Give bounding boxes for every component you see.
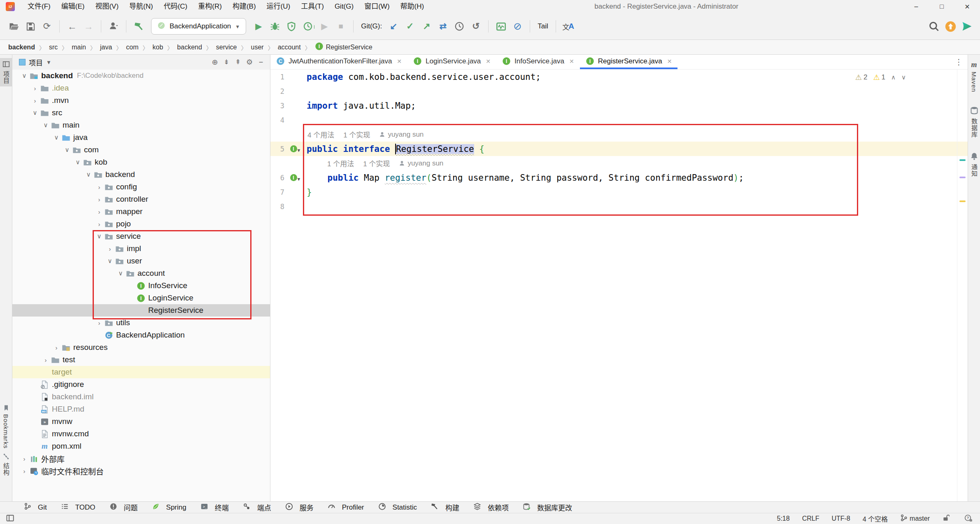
close-icon[interactable]: ✕ [486, 58, 491, 65]
user-dropdown-icon[interactable] [107, 19, 121, 33]
tail-button[interactable]: Tail [538, 22, 548, 30]
close-icon[interactable]: ✕ [667, 58, 672, 65]
tree-row-test[interactable]: ›test [12, 354, 270, 366]
tool-windows-icon[interactable] [6, 514, 14, 524]
inspections-widget[interactable]: ⚠2 ⚠1 ∧ ∨ [855, 73, 906, 82]
menu-item-v[interactable]: 视图(V) [90, 0, 124, 13]
close-icon[interactable]: ✕ [569, 58, 574, 65]
profiler-icon[interactable] [301, 19, 315, 33]
breadcrumb-item-main[interactable]: main [71, 44, 87, 51]
breadcrumb-item-backend[interactable]: backend [176, 44, 203, 51]
author-hint[interactable]: yuyang sun [379, 130, 424, 139]
git-rollback-icon[interactable]: ↺ [469, 19, 483, 33]
tool-window-button-依赖项[interactable]: 依赖项 [473, 502, 509, 512]
gutter[interactable]: 1 [270, 73, 307, 81]
tree-row-config[interactable]: ›config [12, 181, 270, 193]
run-icon[interactable]: ▶ [251, 19, 265, 33]
tool-window-button-数据库更改[interactable]: 数据库更改 [523, 502, 572, 512]
gutter[interactable]: 4 [270, 116, 307, 124]
stop-disabled-icon[interactable]: ■ [334, 19, 348, 33]
tree-row-kob[interactable]: ∨kob [12, 156, 270, 168]
debug-icon[interactable] [268, 19, 282, 33]
search-icon[interactable] [927, 19, 941, 33]
forward-icon[interactable]: → [81, 19, 95, 33]
close-icon[interactable]: ✕ [397, 58, 402, 65]
tree-row-[interactable]: ›外部库 [12, 452, 270, 465]
tree-row-.gitignore[interactable]: .gitignore [12, 378, 270, 391]
tool-window-button-服务[interactable]: 服务 [285, 502, 314, 512]
menu-item-c[interactable]: 代码(C) [158, 0, 193, 13]
breadcrumb-item-java[interactable]: java [99, 44, 113, 51]
tree-row-InfoService[interactable]: IInfoService [12, 279, 270, 292]
tool-window-button-profiler[interactable]: Profiler [328, 503, 364, 512]
tree-row-pom.xml[interactable]: mpom.xml [12, 440, 270, 452]
tool-window-button-构建[interactable]: 构建 [431, 502, 459, 512]
menu-item-b[interactable]: 构建(B) [227, 0, 261, 13]
tree-row-BackendApplication[interactable]: CBackendApplication [12, 329, 270, 341]
gateway-logo-icon[interactable] [960, 19, 974, 33]
gutter[interactable]: 6I▼ [270, 174, 307, 182]
tree-row-[interactable]: ›临时文件和控制台 [12, 465, 270, 477]
gutter[interactable]: 2 [270, 87, 307, 95]
collapse-all-icon[interactable]: ⇞ [232, 58, 244, 66]
stripe-button-结构[interactable]: 结构 [0, 453, 12, 476]
author-hint[interactable]: yuyang sun [399, 159, 443, 168]
stripe-mark-2[interactable] [959, 200, 966, 202]
translate-icon[interactable]: 文A [561, 19, 575, 33]
stripe-button-maven[interactable]: mMaven [971, 61, 978, 92]
menu-item-e[interactable]: 编辑(E) [56, 0, 90, 13]
locate-icon[interactable]: ⊕ [209, 58, 221, 67]
stripe-button-数据库[interactable]: 数据库 [970, 106, 978, 138]
tool-window-button-终端[interactable]: >_终端 [200, 502, 229, 512]
tree-row-account[interactable]: ∨account [12, 267, 270, 279]
tree-row-target[interactable]: ›target [12, 366, 270, 378]
update-badge-icon[interactable] [943, 19, 957, 33]
tree-row-backend[interactable]: ∨backend [12, 168, 270, 181]
tree-row-java[interactable]: ∨java [12, 131, 270, 144]
minimize-button[interactable]: – [903, 0, 929, 13]
run-disabled-icon[interactable]: ▶ [317, 19, 331, 33]
breadcrumb-item-com[interactable]: com [125, 44, 139, 51]
menu-item-t[interactable]: 工具(T) [296, 0, 329, 13]
tree-row-HELP.md[interactable]: MDHELP.md [12, 403, 270, 415]
tree-row-utils[interactable]: ›utils [12, 317, 270, 329]
menu-item-h[interactable]: 帮助(H) [395, 0, 430, 13]
tree-row-controller[interactable]: ›controller [12, 193, 270, 205]
stripe-button-项目[interactable]: 项目 [0, 58, 12, 86]
sync-widget[interactable]: ? [964, 514, 974, 523]
git-branch-widget[interactable]: master [900, 514, 930, 523]
caret-position[interactable]: 5:18 [777, 515, 789, 522]
tree-row-pojo[interactable]: ›pojo [12, 218, 270, 230]
save-icon[interactable] [23, 19, 37, 33]
git-update-icon[interactable]: ↙ [386, 19, 400, 33]
hammer-icon[interactable] [132, 19, 146, 33]
editor-tab-registerservice[interactable]: IRegisterService.java✕ [580, 55, 678, 69]
tree-row-.idea[interactable]: ›.idea [12, 82, 270, 94]
inlay-hint-row[interactable]: 1 个用法1 个实现yuyang sun [270, 156, 968, 170]
tree-row-.mvn[interactable]: ›.mvn [12, 94, 270, 107]
breadcrumb-item-backend[interactable]: backend [7, 44, 36, 51]
tree-row-resources[interactable]: ›resources [12, 341, 270, 354]
tree-row-LoginService[interactable]: ILoginService [12, 292, 270, 304]
tool-window-button-端点[interactable]: 端点 [243, 502, 271, 512]
breadcrumb-item-account[interactable]: account [277, 44, 302, 51]
tree-row-user[interactable]: ∨user [12, 255, 270, 267]
menu-item-f[interactable]: 文件(F) [22, 0, 56, 13]
gutter[interactable]: 5I▼ [270, 145, 307, 153]
git-commit-icon[interactable]: ✓ [403, 19, 417, 33]
stripe-button-通知[interactable]: 通知 [970, 152, 978, 177]
sync-icon[interactable]: ⟳ [40, 19, 54, 33]
menu-item-n[interactable]: 导航(N) [124, 0, 158, 13]
editor-tab-infoservice[interactable]: IInfoService.java✕ [496, 55, 580, 69]
usages-hint[interactable]: 1 个实现 [343, 129, 370, 140]
tree-row-backend[interactable]: ∨backendF:\Code\kob\backend [12, 70, 270, 82]
breadcrumb-item-user[interactable]: user [250, 44, 265, 51]
close-button[interactable]: ✕ [954, 0, 980, 13]
tree-row-src[interactable]: ∨src [12, 107, 270, 119]
tree-row-mapper[interactable]: ›mapper [12, 205, 270, 218]
implemented-gutter-icon[interactable]: I▼ [284, 174, 303, 181]
breadcrumb-item-kob[interactable]: kob [152, 44, 164, 51]
breadcrumb-item-src[interactable]: src [48, 44, 58, 51]
inlay-hint-row[interactable]: 4 个用法1 个实现yuyang sun [270, 127, 968, 142]
menu-item-u[interactable]: 运行(U) [261, 0, 296, 13]
